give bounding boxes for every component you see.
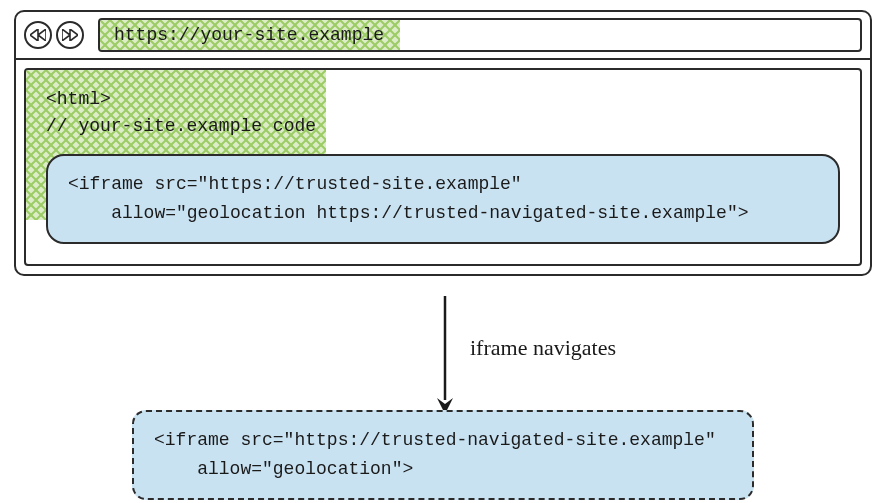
iframe-after-line2: allow="geolocation"> (154, 459, 413, 479)
address-bar[interactable]: https://your-site.example (98, 18, 862, 52)
code-line-1: <html> (46, 89, 111, 109)
forward-button[interactable] (56, 21, 84, 49)
page-panel: <html> // your-site.example code <iframe… (24, 68, 862, 266)
navigation-arrow (430, 296, 460, 416)
page-code: <html> // your-site.example code (46, 86, 840, 140)
browser-viewport: <html> // your-site.example code <iframe… (16, 60, 870, 274)
address-text: https://your-site.example (114, 25, 384, 45)
back-button[interactable] (24, 21, 52, 49)
iframe-after-line1: <iframe src="https://trusted-navigated-s… (154, 430, 716, 450)
navigation-label: iframe navigates (470, 335, 616, 361)
iframe-after: <iframe src="https://trusted-navigated-s… (132, 410, 754, 500)
iframe-before-line2: allow="geolocation https://trusted-navig… (68, 203, 749, 223)
fastforward-icon (62, 29, 78, 41)
iframe-before: <iframe src="https://trusted-site.exampl… (46, 154, 840, 244)
rewind-icon (30, 29, 46, 41)
iframe-before-line1: <iframe src="https://trusted-site.exampl… (68, 174, 522, 194)
browser-window: https://your-site.example <html> // your… (14, 10, 872, 276)
browser-toolbar: https://your-site.example (16, 12, 870, 60)
code-line-2: // your-site.example code (46, 116, 316, 136)
